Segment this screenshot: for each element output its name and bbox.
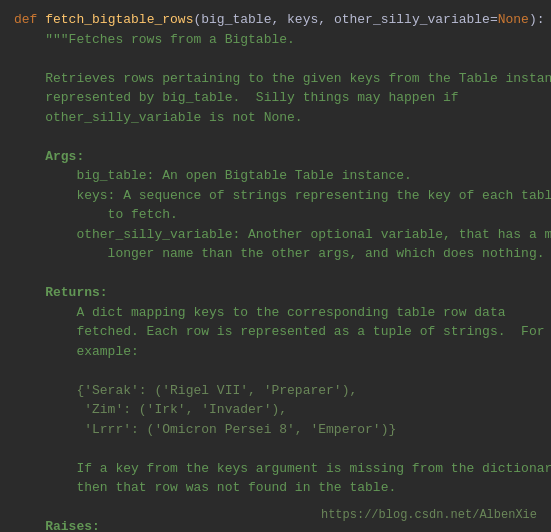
code-line: Returns: [14, 283, 537, 303]
code-token: A dict mapping keys to the corresponding… [14, 305, 505, 320]
code-line: represented by big_table. Silly things m… [14, 88, 537, 108]
code-token: Args: [14, 149, 84, 164]
code-token: 'Zim': ('Irk', 'Invader'), [14, 402, 287, 417]
code-token: other_silly_variable is not None. [14, 110, 303, 125]
code-line: {'Serak': ('Rigel VII', 'Preparer'), [14, 381, 537, 401]
code-line: other_silly_variable is not None. [14, 108, 537, 128]
code-block: def fetch_bigtable_rows(big_table, keys,… [0, 0, 551, 532]
code-line [14, 361, 537, 381]
code-token: the [318, 480, 341, 495]
code-line: longer name than the other args, and whi… [14, 244, 537, 264]
code-line: def fetch_bigtable_rows(big_table, keys,… [14, 10, 537, 30]
code-line: Retrieves rows pertaining to the given k… [14, 69, 537, 89]
code-line [14, 264, 537, 284]
code-line: A dict mapping keys to the corresponding… [14, 303, 537, 323]
code-token: ): [529, 12, 545, 27]
code-token: example: [14, 344, 139, 359]
code-line: 'Lrrr': ('Omicron Persei 8', 'Emperor')} [14, 420, 537, 440]
code-line: Args: [14, 147, 537, 167]
code-token: to fetch. [14, 207, 178, 222]
code-line: """Fetches rows from a Bigtable. [14, 30, 537, 50]
code-line: keys: A sequence of strings representing… [14, 186, 537, 206]
code-line: to fetch. [14, 205, 537, 225]
footer-url: https://blog.csdn.net/AlbenXie [321, 506, 537, 524]
code-token: def [14, 12, 45, 27]
code-token: If a key from the keys argument is missi… [14, 461, 551, 476]
code-token: 'Lrrr': ('Omicron Persei 8', 'Emperor')} [14, 422, 396, 437]
code-line: 'Zim': ('Irk', 'Invader'), [14, 400, 537, 420]
code-token: Raises: [14, 519, 100, 532]
code-line [14, 439, 537, 459]
code-line: fetched. Each row is represented as a tu… [14, 322, 537, 342]
code-lines: def fetch_bigtable_rows(big_table, keys,… [14, 10, 537, 532]
code-token: {'Serak': ('Rigel VII', 'Preparer'), [14, 383, 357, 398]
code-token: other_silly_variable: Another optional v… [14, 227, 551, 242]
code-token: longer name than the other args, and whi… [14, 246, 545, 261]
code-token: represented by big_table. Silly things m… [14, 90, 459, 105]
code-line [14, 127, 537, 147]
code-line: other_silly_variable: Another optional v… [14, 225, 537, 245]
code-token: Returns: [14, 285, 108, 300]
code-line [14, 49, 537, 69]
code-line: then that row was not found in the table… [14, 478, 537, 498]
code-token: keys: A sequence of strings representing… [14, 188, 551, 203]
code-token: fetched. Each row is represented as a tu… [14, 324, 545, 339]
code-token: big_table: An open Bigtable Table instan… [14, 168, 412, 183]
code-token: None [498, 12, 529, 27]
code-token: fetch_bigtable_rows [45, 12, 193, 27]
code-token: then that row was not found in [14, 480, 318, 495]
code-token: """Fetches rows from a Bigtable. [14, 32, 295, 47]
code-token: Retrieves rows pertaining to the given k… [14, 71, 551, 86]
code-line: big_table: An open Bigtable Table instan… [14, 166, 537, 186]
code-token: table. [342, 480, 397, 495]
code-line: If a key from the keys argument is missi… [14, 459, 537, 479]
code-token: (big_table, keys, other_silly_variable= [193, 12, 497, 27]
code-line: example: [14, 342, 537, 362]
